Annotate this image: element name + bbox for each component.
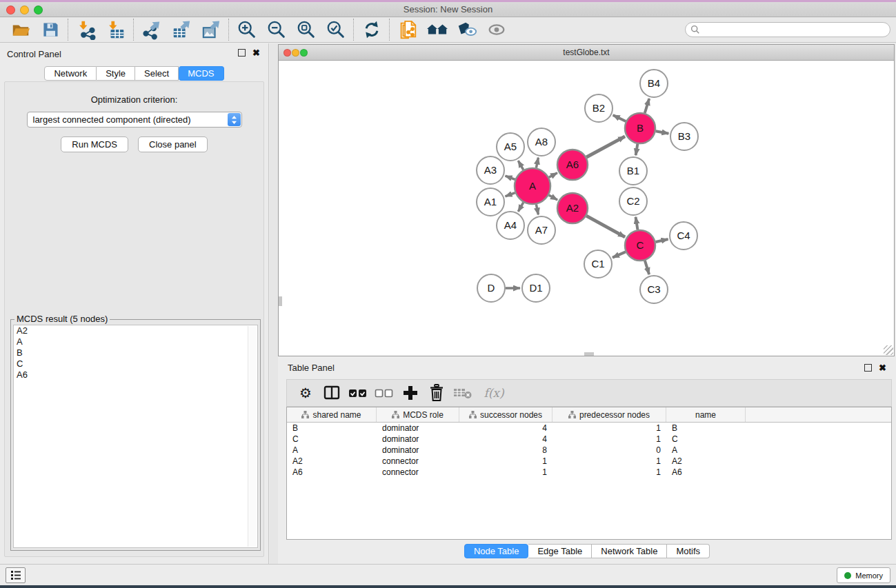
- select-all-button[interactable]: [345, 381, 371, 405]
- style-preview-button[interactable]: [452, 18, 481, 41]
- result-item-a[interactable]: A: [14, 336, 257, 347]
- column-header-predecessor-nodes[interactable]: predecessor nodes: [552, 407, 666, 422]
- network-zoom-button[interactable]: [300, 49, 308, 57]
- canvas-hscroll-thumb[interactable]: [584, 352, 594, 356]
- cell[interactable]: dominator: [377, 445, 459, 455]
- function-builder-button[interactable]: f(x): [476, 381, 512, 405]
- edge-A6-B[interactable]: [586, 136, 625, 157]
- zoom-window-button[interactable]: [34, 6, 43, 14]
- table-tab-node-table[interactable]: Node Table: [464, 544, 529, 558]
- close-panel-button[interactable]: Close panel: [138, 136, 208, 152]
- table-row-b[interactable]: Bdominator41B: [287, 423, 891, 434]
- edge-C-C4[interactable]: [655, 239, 668, 242]
- zoom-fit-button[interactable]: [291, 18, 321, 41]
- zoom-in-button[interactable]: [232, 18, 261, 41]
- cell[interactable]: B: [287, 423, 377, 433]
- save-session-button[interactable]: [35, 18, 65, 41]
- column-header-successor-nodes[interactable]: successor nodes: [459, 407, 552, 422]
- table-row-c[interactable]: Cdominator41C: [287, 434, 891, 445]
- cell[interactable]: A6: [666, 467, 746, 477]
- refresh-view-button[interactable]: [357, 18, 386, 41]
- split-view-button[interactable]: [319, 381, 345, 405]
- show-hide-button[interactable]: [481, 18, 511, 41]
- import-table-button[interactable]: [101, 18, 130, 41]
- edge-A-A8[interactable]: [536, 158, 538, 168]
- memory-button[interactable]: Memory: [837, 567, 890, 583]
- import-network-button[interactable]: [71, 18, 101, 41]
- column-header-MCDS-role[interactable]: MCDS role: [377, 407, 459, 422]
- edge-C-C3[interactable]: [645, 261, 649, 274]
- cell[interactable]: dominator: [377, 423, 459, 433]
- cell[interactable]: connector: [377, 467, 459, 477]
- result-scrollbar[interactable]: [248, 326, 257, 547]
- cell[interactable]: A: [287, 445, 377, 455]
- edge-B-B1[interactable]: [636, 144, 638, 156]
- network-window-titlebar[interactable]: testGlobe.txt: [279, 45, 894, 61]
- cell[interactable]: 8: [459, 445, 552, 455]
- cell[interactable]: 1: [552, 434, 666, 444]
- table-row-a[interactable]: Adominator80A: [287, 445, 891, 456]
- cell[interactable]: 0: [552, 445, 666, 455]
- cell[interactable]: dominator: [377, 434, 459, 444]
- cell[interactable]: 4: [459, 434, 552, 444]
- column-header-shared-name[interactable]: shared name: [287, 407, 377, 422]
- export-network-button[interactable]: [137, 18, 166, 41]
- cell[interactable]: A2: [287, 456, 377, 466]
- cell[interactable]: 4: [459, 423, 552, 433]
- cell[interactable]: connector: [377, 456, 459, 466]
- network-minimize-button[interactable]: [292, 49, 299, 57]
- edge-A-A3[interactable]: [506, 176, 515, 179]
- cell[interactable]: 1: [459, 467, 552, 477]
- cell[interactable]: 1: [552, 467, 666, 477]
- result-item-b[interactable]: B: [14, 347, 257, 358]
- edge-A-A1[interactable]: [506, 193, 515, 196]
- edge-A-A2[interactable]: [549, 195, 557, 200]
- tab-select[interactable]: Select: [135, 66, 179, 81]
- table-tab-motifs[interactable]: Motifs: [667, 544, 710, 558]
- delete-column-button[interactable]: [424, 381, 450, 405]
- delete-table-button[interactable]: [450, 381, 476, 405]
- cell[interactable]: B: [666, 423, 746, 433]
- cell[interactable]: A6: [287, 467, 377, 477]
- minimize-window-button[interactable]: [20, 6, 29, 14]
- search-field[interactable]: [685, 22, 890, 37]
- close-window-button[interactable]: [6, 6, 15, 14]
- home-views-button[interactable]: [422, 18, 452, 41]
- edge-B-B4[interactable]: [645, 99, 649, 113]
- cell[interactable]: 1: [459, 456, 552, 466]
- cell[interactable]: 1: [552, 456, 666, 466]
- result-item-c[interactable]: C: [14, 358, 257, 369]
- edge-A-A7[interactable]: [536, 204, 538, 214]
- edge-A-A4[interactable]: [518, 203, 524, 212]
- cell[interactable]: C: [666, 434, 746, 444]
- edge-B-B2[interactable]: [613, 115, 626, 121]
- export-image-button[interactable]: [196, 18, 226, 41]
- network-graph[interactable]: AA6A2BCA5A8A3A1A4A7B2B4B3B1C2C4C1C3DD1: [279, 61, 894, 356]
- cell[interactable]: 1: [552, 423, 666, 433]
- mcds-result-list[interactable]: A2ABCA6: [13, 325, 258, 548]
- table-settings-button[interactable]: ⚙: [292, 381, 319, 405]
- close-table-panel-icon[interactable]: ✖: [879, 364, 886, 372]
- cell[interactable]: A: [666, 445, 746, 455]
- clone-network-button[interactable]: [392, 18, 422, 41]
- canvas-vscroll-thumb[interactable]: [279, 296, 282, 306]
- tab-network[interactable]: Network: [44, 66, 97, 81]
- column-header-name[interactable]: name: [666, 407, 746, 422]
- network-canvas[interactable]: AA6A2BCA5A8A3A1A4A7B2B4B3B1C2C4C1C3DD1: [279, 61, 894, 356]
- open-session-button[interactable]: [6, 18, 35, 41]
- add-column-button[interactable]: [397, 381, 424, 405]
- table-tab-edge-table[interactable]: Edge Table: [528, 544, 592, 558]
- float-panel-icon[interactable]: [238, 49, 246, 57]
- tab-style[interactable]: Style: [97, 66, 135, 81]
- search-input[interactable]: [700, 23, 890, 36]
- table-row-a2[interactable]: A2connector11A2: [287, 456, 891, 467]
- edge-C-C1[interactable]: [613, 252, 626, 257]
- edge-A-A6[interactable]: [549, 173, 557, 177]
- tab-mcds[interactable]: MCDS: [179, 66, 223, 81]
- edge-C-C2[interactable]: [636, 217, 638, 230]
- network-close-button[interactable]: [283, 49, 291, 57]
- edge-B-B3[interactable]: [656, 131, 669, 134]
- zoom-selected-button[interactable]: [321, 18, 350, 41]
- zoom-out-button[interactable]: [261, 18, 291, 41]
- cell[interactable]: C: [287, 434, 377, 444]
